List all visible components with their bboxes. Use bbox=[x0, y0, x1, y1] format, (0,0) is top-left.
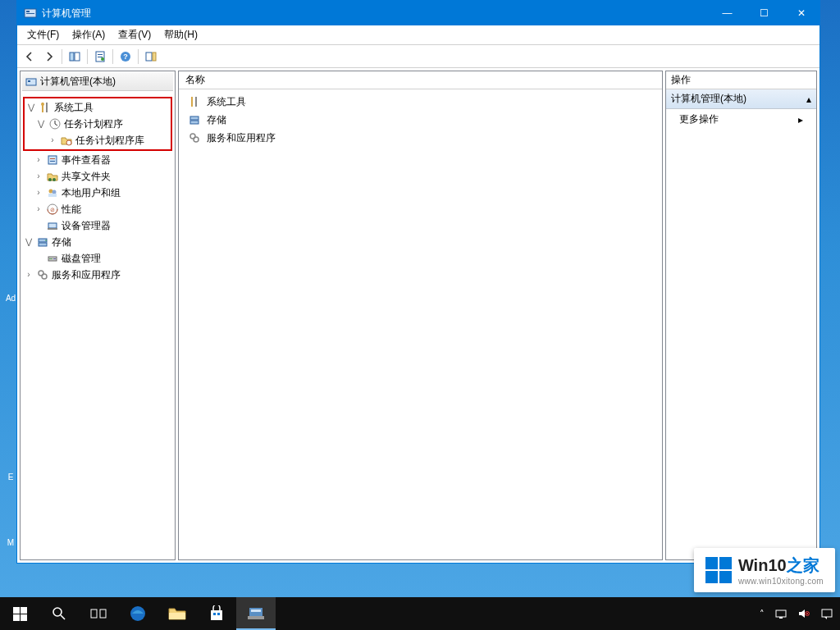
list-label: 服务和应用程序 bbox=[207, 131, 276, 145]
list-column-header[interactable]: 名称 bbox=[179, 71, 662, 89]
svg-point-24 bbox=[52, 178, 56, 181]
tray-volume-icon[interactable] bbox=[797, 608, 810, 619]
toolbar-separator bbox=[62, 49, 62, 64]
services-icon bbox=[188, 131, 201, 144]
menu-action[interactable]: 操作(A) bbox=[66, 26, 112, 43]
disk-icon bbox=[46, 252, 59, 265]
expander-icon[interactable]: › bbox=[24, 267, 34, 283]
menu-view[interactable]: 查看(V) bbox=[112, 26, 158, 43]
svg-rect-52 bbox=[91, 609, 97, 618]
menubar: 文件(F) 操作(A) 查看(V) 帮助(H) bbox=[17, 25, 819, 45]
action-group-label: 计算机管理(本地) bbox=[671, 92, 746, 106]
list-item-system-tools[interactable]: 系统工具 bbox=[185, 93, 655, 111]
tree-item-task-scheduler[interactable]: ⋁ 任务计划程序 bbox=[25, 116, 171, 132]
watermark: Win10之家 www.win10xitong.com bbox=[694, 548, 835, 592]
taskbar-file-explorer[interactable] bbox=[158, 597, 197, 630]
svg-rect-63 bbox=[779, 617, 783, 619]
storage-icon bbox=[188, 113, 201, 126]
expander-icon[interactable]: ⋁ bbox=[36, 116, 46, 132]
svg-rect-31 bbox=[48, 223, 57, 228]
expander-icon[interactable]: › bbox=[34, 152, 43, 168]
tree-label: 任务计划程序 bbox=[64, 116, 123, 132]
tree-item-device-manager[interactable]: › 设备管理器 bbox=[22, 217, 173, 234]
taskbar-edge[interactable] bbox=[118, 597, 158, 630]
window-controls: — ☐ ✕ bbox=[709, 1, 819, 25]
svg-rect-49 bbox=[13, 614, 20, 621]
svg-rect-42 bbox=[195, 97, 197, 107]
tree-pane: 计算机管理(本地) ⋁ 系统工具 ⋁ 任务计划程序 › bbox=[20, 71, 176, 560]
svg-rect-43 bbox=[190, 116, 199, 120]
tree-item-services-apps[interactable]: › 服务和应用程序 bbox=[22, 267, 173, 283]
svg-rect-13 bbox=[26, 79, 36, 85]
show-action-pane-button[interactable] bbox=[142, 48, 160, 66]
svg-point-19 bbox=[66, 140, 71, 145]
properties-button[interactable] bbox=[91, 48, 109, 66]
expander-icon[interactable]: › bbox=[48, 132, 57, 148]
menu-file[interactable]: 文件(F) bbox=[21, 26, 66, 43]
computer-management-window: 计算机管理 — ☐ ✕ 文件(F) 操作(A) 查看(V) 帮助(H) ? 计算… bbox=[16, 0, 820, 564]
svg-rect-41 bbox=[191, 97, 193, 107]
tree-item-task-scheduler-library[interactable]: › 任务计划程序库 bbox=[25, 132, 171, 148]
minimize-button[interactable]: — bbox=[709, 1, 746, 25]
tree-item-performance[interactable]: › ⊘ 性能 bbox=[22, 201, 173, 217]
tree-item-system-tools[interactable]: ⋁ 系统工具 bbox=[25, 99, 171, 116]
tree-label: 性能 bbox=[62, 201, 81, 217]
collapse-icon[interactable]: ▴ bbox=[806, 94, 811, 105]
tree-item-storage[interactable]: ⋁ 存储 bbox=[22, 234, 173, 250]
tree-root-label: 计算机管理(本地) bbox=[40, 75, 116, 89]
svg-rect-22 bbox=[50, 161, 55, 162]
action-more[interactable]: 更多操作 ▸ bbox=[666, 109, 816, 130]
svg-rect-1 bbox=[26, 11, 30, 12]
svg-rect-56 bbox=[211, 610, 222, 620]
titlebar[interactable]: 计算机管理 — ☐ ✕ bbox=[17, 1, 819, 25]
nav-forward-button[interactable] bbox=[40, 48, 58, 66]
task-view-button[interactable] bbox=[79, 597, 118, 630]
toolbar-separator bbox=[112, 49, 113, 64]
tree-label: 本地用户和组 bbox=[62, 185, 121, 201]
svg-rect-6 bbox=[98, 54, 103, 55]
tree-root-header[interactable]: 计算机管理(本地) bbox=[22, 73, 173, 91]
users-icon bbox=[46, 186, 59, 199]
svg-rect-20 bbox=[48, 156, 57, 164]
svg-rect-47 bbox=[13, 607, 20, 614]
expander-icon[interactable]: › bbox=[34, 168, 43, 185]
menu-help[interactable]: 帮助(H) bbox=[158, 26, 204, 43]
expander-icon[interactable]: ⋁ bbox=[24, 234, 34, 250]
tree-item-event-viewer[interactable]: › 事件查看器 bbox=[22, 152, 173, 168]
tools-icon bbox=[188, 95, 201, 108]
toolbar-separator bbox=[138, 49, 139, 64]
nav-back-button[interactable] bbox=[21, 48, 39, 66]
tray-network-icon[interactable] bbox=[774, 608, 788, 619]
tree-item-shared-folders[interactable]: › 共享文件夹 bbox=[22, 168, 173, 185]
taskbar: ˄ bbox=[0, 597, 840, 630]
svg-rect-32 bbox=[48, 228, 57, 230]
list-item-storage[interactable]: 存储 bbox=[185, 111, 655, 129]
toolbar-separator bbox=[87, 49, 88, 64]
help-button[interactable]: ? bbox=[116, 48, 135, 66]
svg-rect-55 bbox=[169, 613, 185, 619]
start-button[interactable] bbox=[0, 597, 39, 630]
tray-chevron-up-icon[interactable]: ˄ bbox=[760, 609, 765, 619]
expander-icon[interactable]: › bbox=[34, 201, 43, 217]
tree-item-disk-management[interactable]: › 磁盘管理 bbox=[22, 250, 173, 267]
svg-rect-44 bbox=[190, 121, 199, 124]
windows-logo-icon bbox=[705, 557, 732, 583]
close-button[interactable]: ✕ bbox=[783, 1, 819, 25]
tree-label: 事件查看器 bbox=[62, 152, 111, 168]
action-label: 更多操作 bbox=[679, 112, 719, 126]
show-hide-tree-button[interactable] bbox=[66, 48, 84, 66]
svg-text:⊘: ⊘ bbox=[50, 207, 55, 212]
expander-icon[interactable]: › bbox=[34, 185, 43, 201]
tree-item-local-users-groups[interactable]: › 本地用户和组 bbox=[22, 185, 173, 201]
list-pane: 名称 系统工具 存储 服务和应用程序 bbox=[178, 71, 663, 560]
action-group-header[interactable]: 计算机管理(本地) ▴ bbox=[666, 89, 816, 109]
svg-point-17 bbox=[41, 103, 44, 106]
expander-icon[interactable]: ⋁ bbox=[26, 99, 36, 116]
tray-notifications-icon[interactable] bbox=[820, 608, 833, 619]
taskbar-mmc[interactable] bbox=[236, 597, 276, 630]
taskbar-store[interactable] bbox=[197, 597, 236, 630]
search-button[interactable] bbox=[39, 597, 79, 630]
annotation-highlight: ⋁ 系统工具 ⋁ 任务计划程序 › 任务计划程序库 bbox=[23, 97, 172, 151]
list-item-services-apps[interactable]: 服务和应用程序 bbox=[185, 129, 655, 147]
maximize-button[interactable]: ☐ bbox=[746, 1, 783, 25]
